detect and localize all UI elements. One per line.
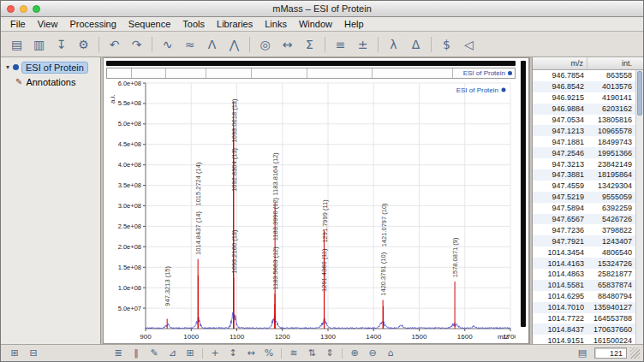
peaklist-row[interactable]: 1014.34544806540 — [533, 246, 643, 258]
sequence-editor-button[interactable]: ≡ — [330, 34, 351, 55]
menu-sequence[interactable]: Sequence — [122, 18, 177, 30]
peaklist-row[interactable]: 1014.8437170637660 — [533, 323, 643, 335]
peaklist-menu-button[interactable]: ▤ — [574, 347, 591, 360]
zoom-in-button[interactable]: ⊕ — [346, 347, 363, 360]
minimize-button[interactable] — [20, 5, 27, 13]
zoom-window-button[interactable] — [33, 5, 40, 13]
add-document-button[interactable]: ⊞ — [6, 347, 23, 360]
mass-calculator-button[interactable]: ± — [352, 34, 373, 55]
peaklist-row[interactable]: 1014.558165837874 — [533, 280, 643, 291]
disclosure-caret-icon[interactable]: ▾ — [3, 63, 12, 71]
peaklist-row[interactable]: 947.121310965578 — [533, 125, 643, 136]
menu-processing[interactable]: Processing — [63, 18, 122, 30]
toolbar-separator — [202, 348, 203, 359]
peaklist-row[interactable]: 1014.629588480794 — [533, 291, 643, 302]
overlay-button[interactable]: ≋ — [285, 347, 302, 360]
peak-picking-button[interactable]: Λ — [201, 34, 223, 55]
dollar-tool-button[interactable]: $ — [436, 34, 457, 55]
peaklist-row[interactable]: 1014.486325821877 — [533, 269, 643, 280]
toggle-labels-button[interactable]: ≣ — [110, 347, 127, 360]
compounds-search-button[interactable]: λ — [383, 34, 404, 55]
title-bar[interactable]: mMass – ESI of Protein — [1, 1, 643, 17]
smoothing-icon: ≈ — [185, 38, 195, 51]
offset-button[interactable]: ⇕ — [321, 347, 338, 360]
y-range-bar[interactable] — [521, 61, 526, 327]
remove-document-button[interactable]: ⊟ — [25, 347, 42, 360]
announcement-button[interactable]: ◁ — [458, 34, 480, 55]
zoom-out-button[interactable]: ⊖ — [364, 347, 381, 360]
menu-window[interactable]: Window — [293, 18, 338, 30]
peaklist-row[interactable]: 946.92154190141 — [533, 92, 643, 104]
tracker-button[interactable]: + — [206, 347, 224, 360]
toggle-notations-button[interactable]: ✎ — [146, 347, 163, 360]
peaklist-row[interactable]: 947.79211243407 — [533, 235, 643, 246]
toggle-ticks-button[interactable]: ‖ — [128, 347, 145, 360]
baseline-correction-button[interactable]: ∿ — [157, 34, 178, 55]
peaklist-row[interactable]: 946.7854863558 — [533, 70, 643, 81]
menu-tools[interactable]: Tools — [176, 18, 211, 30]
close-button[interactable] — [7, 5, 15, 13]
menu-help[interactable]: Help — [338, 18, 370, 30]
sidebar-item-document[interactable]: ▾ESI of Protein — [1, 60, 100, 74]
peaklist-scrollbar[interactable] — [635, 70, 643, 344]
menu-view[interactable]: View — [32, 18, 64, 30]
compounds-search-icon: λ — [390, 38, 397, 51]
zoom-reset-icon: ⌂ — [388, 347, 394, 359]
main-toolbar: ▤▥↧⚙↶↷∿≈Λ⋀◎↔Σ≡±λΔ$◁ — [1, 32, 643, 57]
peaklist-row[interactable]: 947.188118499743 — [533, 136, 643, 147]
peaklist-row[interactable]: 947.455913429304 — [533, 181, 643, 192]
menu-libraries[interactable]: Libraries — [211, 18, 259, 30]
peaklist-row[interactable]: 947.52199555059 — [533, 192, 643, 203]
peaklist-row[interactable]: 947.65675426726 — [533, 214, 643, 225]
normalize-button[interactable]: % — [260, 347, 277, 360]
peaklist-row[interactable]: 947.388118195864 — [533, 169, 643, 181]
autoscale-button[interactable]: ↕ — [224, 347, 242, 360]
menu-file[interactable]: File — [4, 18, 32, 30]
scrollbar-thumb[interactable] — [637, 71, 642, 116]
sidebar-item-annotations[interactable]: ✎Annotations — [1, 74, 100, 89]
peaklist-row[interactable]: 947.053413805816 — [533, 115, 643, 126]
smoothing-button[interactable]: ≈ — [179, 34, 200, 55]
peak-label: 947.3213 (15) — [164, 265, 171, 306]
column-header-int[interactable]: int. — [587, 57, 643, 69]
deconvolution-button[interactable]: Σ — [299, 34, 320, 55]
export-button[interactable]: ↧ — [51, 34, 72, 55]
cell-mz: 947.4559 — [533, 181, 587, 190]
peaklist-row[interactable]: 947.72363798822 — [533, 224, 643, 235]
peaklist-row[interactable]: 1014.7010135940127 — [533, 302, 643, 313]
peaklist-row[interactable]: 1014.9151161500224 — [533, 335, 643, 344]
settings-button[interactable]: ⚙ — [73, 34, 94, 55]
cell-mz: 946.7854 — [533, 71, 587, 80]
peaklist-row[interactable]: 946.98846203162 — [533, 104, 643, 115]
peaklist-rows: 946.7854863558946.85424013576946.9215419… — [533, 70, 643, 344]
strip-peak-mark — [131, 68, 132, 78]
cell-mz: 1014.5581 — [533, 281, 587, 289]
peaklist-row[interactable]: 1014.416315324726 — [533, 258, 643, 269]
x-range-bar[interactable] — [106, 61, 516, 66]
peaklist-row[interactable]: 947.321323842149 — [533, 158, 643, 169]
redo-button[interactable]: ↷ — [126, 34, 147, 55]
label-angle-button[interactable]: ⊿ — [164, 347, 181, 360]
menu-links[interactable]: Links — [259, 18, 293, 30]
toggle-grid-button[interactable]: ⊞ — [182, 347, 199, 360]
print-button[interactable]: ▥ — [28, 34, 50, 55]
spectrum-plot[interactable]: 900100011001200130014001500160017005.0e+… — [106, 80, 516, 341]
undo-button[interactable]: ↶ — [104, 34, 125, 55]
range-button[interactable]: ↔ — [242, 347, 259, 360]
measurement-button[interactable]: ↔ — [277, 34, 298, 55]
peaklist-row[interactable]: 946.85424013576 — [533, 81, 643, 92]
flip-button[interactable]: ⇅ — [303, 347, 320, 360]
calibration-button[interactable]: ◎ — [254, 34, 276, 55]
cell-mz: 947.2546 — [533, 149, 587, 157]
resize-grip[interactable] — [630, 347, 640, 359]
flip-icon: ⇅ — [307, 347, 315, 359]
peaklist-row[interactable]: 947.58946392259 — [533, 203, 643, 214]
document-report-button[interactable]: ▤ — [6, 34, 27, 55]
peaklist-row[interactable]: 1014.7722164553788 — [533, 313, 643, 324]
peaklist-row[interactable]: 947.254619951366 — [533, 147, 643, 158]
zoom-reset-button[interactable]: ⌂ — [382, 347, 399, 360]
cell-mz: 1014.9151 — [533, 336, 587, 344]
deisotoping-button[interactable]: ⋀ — [224, 34, 245, 55]
column-header-mz[interactable]: m/z — [533, 57, 587, 69]
peak-differences-button[interactable]: Δ — [405, 34, 426, 55]
